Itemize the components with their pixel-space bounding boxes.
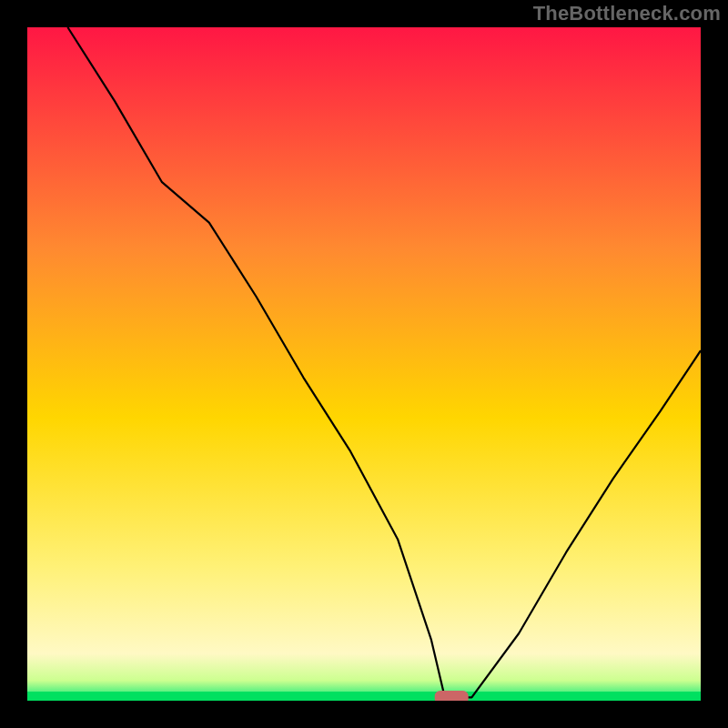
watermark-text: TheBottleneck.com [533,2,721,25]
chart-frame: TheBottleneck.com [0,0,728,728]
chart-svg [27,27,701,701]
plot-area [27,27,701,701]
optimal-marker [435,691,469,701]
gradient-background [27,27,701,701]
green-band [27,692,701,701]
